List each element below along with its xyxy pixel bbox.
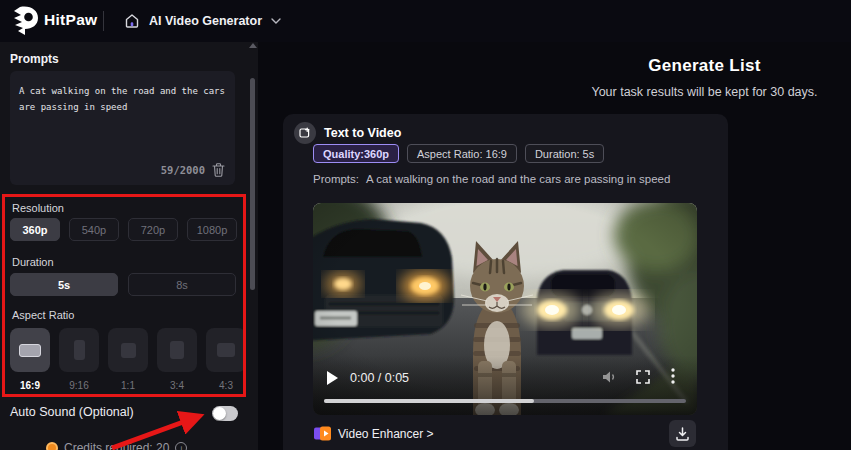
task-type-label: Text to Video: [324, 126, 401, 140]
download-button[interactable]: [669, 420, 696, 447]
scrollbar-up-arrow[interactable]: [249, 43, 257, 48]
video-controls-overlay: [313, 355, 697, 415]
text-to-video-icon: [294, 122, 316, 144]
aspect-1-1-label: 1:1: [108, 380, 148, 391]
video-enhancer-link[interactable]: Video Enhancer >: [314, 426, 434, 441]
task-badges: Quality:360p Aspect Ratio: 16:9 Duration…: [313, 144, 604, 163]
aspect-3-4-tile[interactable]: [157, 328, 197, 372]
video-enhancer-icon: [314, 426, 331, 441]
resolution-label: Resolution: [12, 202, 64, 214]
aspect-9-16-label: 9:16: [59, 380, 99, 391]
duration-label: Duration: [12, 256, 54, 268]
aspect-4-3-icon: [217, 343, 235, 357]
hitpaw-logo-icon: [10, 5, 40, 37]
auto-sound-toggle[interactable]: [212, 406, 238, 421]
credits-row: Credits required: 20 i: [46, 441, 187, 450]
aspect-9-16-icon: [74, 340, 85, 360]
toggle-knob: [213, 407, 226, 420]
aspect-ratio-label: Aspect Ratio: [12, 309, 74, 321]
task-prompts-label: Prompts:: [313, 173, 359, 185]
credits-text: Credits required: 20: [64, 441, 169, 450]
aspect-16-9-icon: [19, 344, 41, 357]
home-icon: [124, 13, 140, 29]
video-time: 0:00 / 0:05: [350, 371, 409, 385]
aspect-badge: Aspect Ratio: 16:9: [407, 144, 517, 163]
auto-sound-label: Auto Sound (Optional): [10, 405, 134, 419]
brand-name: HitPaw: [44, 11, 97, 29]
video-progress-fill: [324, 399, 534, 403]
aspect-16-9-label: 16:9: [10, 380, 50, 391]
download-icon: [676, 427, 689, 441]
char-counter: 59/2000: [161, 164, 205, 176]
aspect-3-4-icon: [170, 341, 184, 359]
resolution-540p-button[interactable]: 540p: [69, 218, 119, 241]
kebab-menu-icon[interactable]: [671, 368, 675, 384]
duration-5s-button[interactable]: 5s: [10, 273, 118, 296]
aspect-9-16-tile[interactable]: [59, 328, 99, 372]
app-window: HitPaw AI Video Generator Prompts A cat …: [0, 0, 851, 450]
video-progress-bar[interactable]: [324, 399, 686, 403]
duration-badge: Duration: 5s: [525, 144, 604, 163]
topbar-divider: [103, 11, 104, 31]
app-switcher[interactable]: AI Video Generator: [124, 0, 281, 42]
task-prompts-line: Prompts:A cat walking on the road and th…: [313, 173, 670, 185]
aspect-4-3-label: 4:3: [206, 380, 246, 391]
video-enhancer-label: Video Enhancer >: [338, 427, 434, 441]
aspect-4-3-tile[interactable]: [206, 328, 246, 372]
volume-muted-icon[interactable]: [602, 370, 618, 384]
aspect-16-9-tile[interactable]: [10, 328, 50, 372]
scrollbar-thumb[interactable]: [250, 78, 255, 290]
resolution-720p-button[interactable]: 720p: [128, 218, 178, 241]
page-title: Generate List: [558, 56, 851, 76]
duration-8s-button[interactable]: 8s: [128, 273, 236, 296]
aspect-1-1-tile[interactable]: [108, 328, 148, 372]
video-player[interactable]: 0:00 / 0:05: [313, 203, 697, 415]
task-prompts-text: A cat walking on the road and the cars a…: [366, 173, 670, 185]
resolution-1080p-button[interactable]: 1080p: [187, 218, 237, 241]
aspect-1-1-icon: [121, 343, 136, 358]
play-icon[interactable]: [327, 371, 338, 385]
credits-coin-icon: [46, 442, 58, 450]
quality-badge: Quality:360p: [313, 144, 399, 163]
info-icon[interactable]: i: [175, 442, 187, 450]
prompt-textarea[interactable]: A cat walking on the road and the cars a…: [10, 71, 235, 185]
fullscreen-icon[interactable]: [636, 370, 650, 384]
chevron-down-icon: [271, 18, 281, 24]
task-card: Text to Video Quality:360p Aspect Ratio:…: [283, 114, 728, 450]
aspect-3-4-label: 3:4: [157, 380, 197, 391]
prompt-text: A cat walking on the road and the cars a…: [10, 71, 235, 116]
app-title: AI Video Generator: [149, 14, 262, 28]
top-bar: HitPaw AI Video Generator: [0, 0, 851, 42]
settings-sidebar: Prompts A cat walking on the road and th…: [0, 42, 258, 450]
page-subtitle: Your task results will be kept for 30 da…: [558, 85, 851, 99]
trash-icon[interactable]: [211, 162, 226, 178]
resolution-360p-button[interactable]: 360p: [10, 218, 60, 241]
prompts-section-label: Prompts: [10, 52, 59, 66]
